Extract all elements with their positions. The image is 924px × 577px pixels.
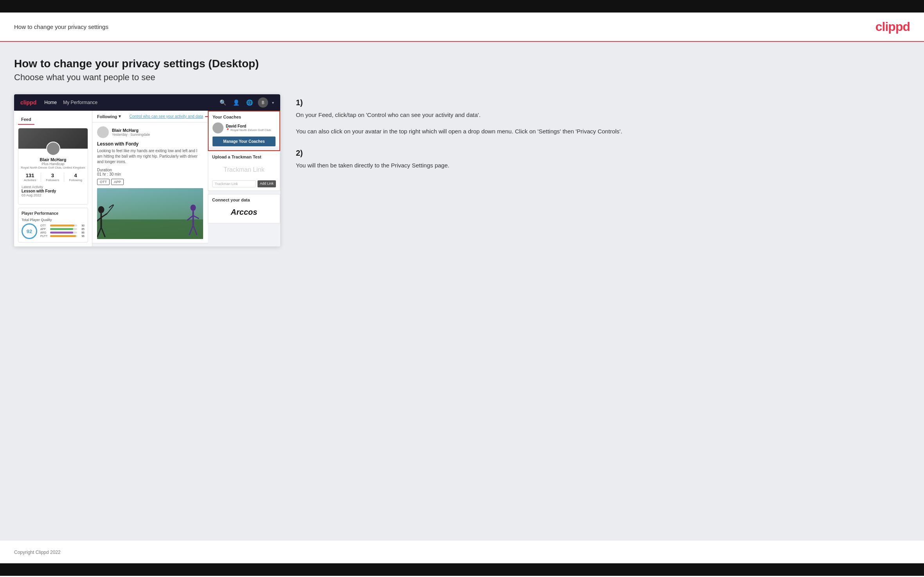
trackman-add-button[interactable]: Add Link — [258, 180, 276, 187]
app-value: 85 — [78, 228, 85, 230]
followers-count: 3 — [46, 173, 59, 178]
step1-extra: You can also click on your avatar in the… — [296, 127, 910, 136]
app-navbar: clippd Home My Performance 🔍 👤 🌐 B ▾ — [14, 94, 280, 111]
ott-value: 90 — [78, 224, 85, 227]
app-right-panel: Your Coaches David Ford 📍 Royal North De… — [208, 111, 280, 246]
followers-label: Followers — [46, 178, 59, 182]
ott-bar-row: OTT 90 — [40, 224, 85, 227]
stat-divider-2 — [64, 173, 64, 182]
svg-rect-1 — [97, 219, 203, 239]
trackman-input-row: Trackman Link Add Link — [212, 180, 276, 187]
instructions-panel: 1) On your Feed, click/tap on 'Control w… — [296, 94, 910, 183]
app-track — [50, 228, 77, 230]
tpq-bars: OTT 90 APP — [40, 224, 85, 238]
arg-bar-row: ARG 86 — [40, 231, 85, 234]
player-performance-card: Player Performance Total Player Quality … — [18, 208, 88, 243]
followers-stat: 3 Followers — [46, 173, 59, 182]
app-bar-row: APP 85 — [40, 228, 85, 230]
profile-card: Blair McHarg Plus Handicap Royal North D… — [18, 128, 88, 205]
arg-fill — [50, 232, 73, 234]
golf-image-svg — [97, 188, 203, 239]
page-heading: How to change your privacy settings (Des… — [14, 58, 910, 70]
app-body: Feed Blair McHarg Plus Handicap Royal No… — [14, 111, 280, 246]
trackman-card: Upload a Trackman Test Trackman Link Tra… — [208, 151, 280, 191]
following-count: 4 — [69, 173, 82, 178]
app-screenshot: clippd Home My Performance 🔍 👤 🌐 B ▾ Fee… — [14, 94, 280, 246]
connect-card: Connect your data Arccos — [208, 194, 280, 223]
copyright-text: Copyright Clippd 2022 — [14, 550, 61, 555]
following-label: Following — [97, 114, 117, 119]
step1-text: On your Feed, click/tap on 'Control who … — [296, 110, 910, 120]
post-header: Blair McHarg Yesterday · Sunningdale — [97, 126, 203, 138]
instruction-step-1: 1) On your Feed, click/tap on 'Control w… — [296, 98, 910, 136]
arg-track — [50, 232, 77, 234]
search-icon[interactable]: 🔍 — [218, 98, 227, 107]
page-subheading: Choose what you want people to see — [14, 72, 910, 83]
tag-ott: OTT — [97, 179, 110, 185]
coaches-card: Your Coaches David Ford 📍 Royal North De… — [209, 111, 279, 146]
manage-coaches-button[interactable]: Manage Your Coaches — [213, 137, 276, 146]
nav-home[interactable]: Home — [44, 100, 57, 105]
following-button[interactable]: Following ▾ — [97, 114, 121, 119]
app-label: APP — [40, 228, 49, 230]
step1-number: 1) — [296, 98, 910, 107]
arg-label: ARG — [40, 231, 49, 234]
trackman-link-input[interactable]: Trackman Link — [212, 180, 256, 187]
footer: Copyright Clippd 2022 — [0, 541, 924, 563]
header: How to change your privacy settings clip… — [0, 13, 924, 42]
activities-label: Activities — [24, 178, 36, 182]
ott-fill — [50, 225, 74, 226]
feed-tab[interactable]: Feed — [18, 115, 34, 125]
main-content: How to change your privacy settings (Des… — [0, 42, 924, 541]
profile-handicap: Plus Handicap — [18, 162, 88, 166]
post-duration: Duration 01 hr : 30 min — [97, 168, 203, 176]
arg-value: 86 — [78, 231, 85, 234]
coach-row: David Ford 📍 Royal North Devon Golf Club — [209, 121, 279, 137]
duration-value: 01 hr : 30 min — [97, 172, 121, 176]
control-privacy-link[interactable]: Control who can see your activity and da… — [130, 114, 203, 119]
tpq-layout: 92 OTT 90 APP — [22, 223, 85, 239]
content-layout: clippd Home My Performance 🔍 👤 🌐 B ▾ Fee… — [14, 94, 910, 246]
trackman-title: Upload a Trackman Test — [212, 155, 276, 159]
latest-activity-name: Lesson with Fordy — [18, 189, 88, 193]
coach-club: 📍 Royal North Devon Golf Club — [226, 128, 276, 132]
user-icon[interactable]: 👤 — [231, 98, 241, 107]
svg-point-2 — [98, 206, 104, 213]
svg-point-8 — [191, 205, 196, 211]
post-user-avatar — [97, 126, 109, 138]
stat-divider — [41, 173, 41, 182]
user-avatar[interactable]: B — [258, 97, 268, 108]
duration-label: Duration — [97, 168, 112, 172]
profile-avatar — [46, 142, 60, 156]
activities-stat: 131 Activities — [24, 173, 36, 182]
app-logo: clippd — [20, 99, 36, 106]
top-bar — [0, 0, 924, 13]
player-performance-title: Player Performance — [22, 211, 85, 216]
profile-name: Blair McHarg — [18, 157, 88, 162]
app-feed: Following ▾ Control who can see your act… — [92, 111, 208, 246]
coach-club-text: Royal North Devon Golf Club — [231, 128, 271, 132]
clippd-logo: clippd — [875, 20, 910, 34]
putt-bar-row: PUTT 96 — [40, 235, 85, 237]
ott-label: OTT — [40, 224, 49, 227]
nav-my-performance[interactable]: My Performance — [63, 100, 97, 105]
globe-icon[interactable]: 🌐 — [245, 98, 254, 107]
coaches-highlight-box: Your Coaches David Ford 📍 Royal North De… — [208, 111, 280, 151]
post-tags: OTT APP — [97, 179, 203, 185]
post-image — [97, 188, 203, 239]
tpq-label: Total Player Quality — [22, 218, 85, 222]
activities-count: 131 — [24, 173, 36, 178]
profile-stats: 131 Activities 3 Followers 4 F — [18, 173, 88, 182]
trackman-placeholder: Trackman Link — [212, 162, 276, 178]
connect-title: Connect your data — [212, 198, 276, 202]
arccos-logo: Arccos — [212, 205, 276, 220]
latest-activity-date: 03 Aug 2022 — [18, 193, 88, 197]
tpq-score: 92 — [22, 223, 37, 239]
instruction-step-2: 2) You will then be taken directly to th… — [296, 149, 910, 170]
post-title: Lesson with Fordy — [97, 141, 203, 147]
putt-track — [50, 235, 77, 237]
coach-avatar — [213, 122, 223, 133]
putt-value: 96 — [78, 235, 85, 237]
post-user-info: Blair McHarg Yesterday · Sunningdale — [112, 128, 150, 137]
following-label: Following — [69, 178, 82, 182]
